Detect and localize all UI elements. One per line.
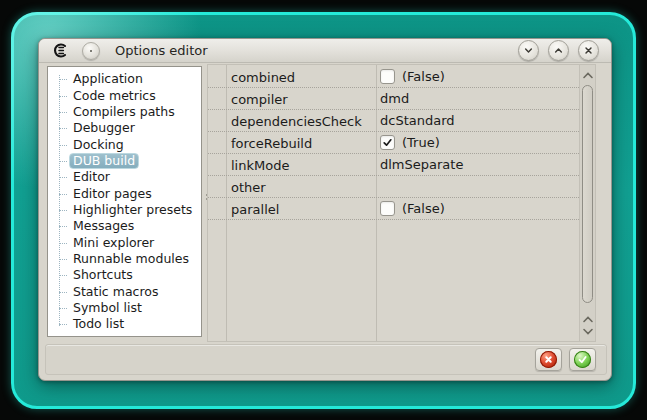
tree-item-docking[interactable]: Docking [48, 136, 201, 152]
tree-item-application[interactable]: Application [48, 71, 201, 87]
tree-item-messages[interactable]: Messages [48, 218, 201, 234]
shade-button[interactable] [518, 40, 539, 61]
property-value[interactable]: (False) [380, 198, 445, 219]
scroll-up-icon[interactable] [580, 68, 595, 81]
window-menu-ball-icon[interactable] [82, 42, 100, 60]
vertical-scrollbar[interactable] [579, 65, 595, 341]
property-value[interactable]: dlmSeparate [380, 154, 463, 175]
property-row-dependenciescheck[interactable]: dependenciesCheckdcStandard [208, 110, 579, 132]
tree-item-label: Shortcuts [69, 267, 137, 283]
property-value-label: (True) [402, 135, 440, 150]
chevron-up-icon [551, 43, 566, 58]
tree-item-label: Code metrics [69, 88, 160, 104]
tree-item-label: Editor [69, 169, 114, 185]
property-name: combined [231, 69, 295, 84]
tree-item-label: Application [69, 71, 147, 87]
tree-item-label: Debugger [69, 120, 139, 136]
coedit-logo-icon [52, 42, 69, 59]
property-name: compiler [231, 91, 288, 106]
close-button[interactable] [578, 40, 599, 61]
property-value[interactable]: (True) [380, 132, 440, 153]
desktop-background: Options editor [11, 12, 636, 409]
property-value[interactable]: (False) [380, 66, 445, 87]
tree-item-label: Runnable modules [69, 251, 193, 267]
options-editor-window: Options editor [38, 38, 612, 381]
property-value-label: dcStandard [380, 113, 455, 128]
tree-item-label: Symbol list [69, 300, 146, 316]
tree-item-label: Docking [69, 137, 128, 153]
checkbox-unchecked[interactable] [380, 69, 395, 84]
tree-item-symbol-list[interactable]: Symbol list [48, 300, 201, 316]
property-row-parallel[interactable]: parallel(False) [208, 198, 579, 220]
cancel-cross-icon [540, 351, 557, 368]
chevron-down-icon [521, 43, 536, 58]
footer-bar [45, 344, 607, 375]
property-row-other[interactable]: other [208, 176, 579, 198]
property-value-label: (False) [402, 69, 445, 84]
accept-check-icon [574, 351, 591, 368]
close-icon [581, 43, 596, 58]
tree-item-dub-build[interactable]: DUB build [48, 153, 201, 169]
maximize-button[interactable] [548, 40, 569, 61]
property-value-label: dmd [380, 91, 409, 106]
property-value[interactable]: dmd [380, 88, 409, 109]
tree-item-compilers-paths[interactable]: Compilers paths [48, 104, 201, 120]
tree-item-label: Messages [69, 218, 138, 234]
tree-item-debugger[interactable]: Debugger [48, 120, 201, 136]
tree-item-static-macros[interactable]: Static macros [48, 283, 201, 299]
window-buttons [518, 40, 599, 61]
tree-item-code-metrics[interactable]: Code metrics [48, 87, 201, 103]
property-row-linkmode[interactable]: linkModedlmSeparate [208, 154, 579, 176]
scrollbar-thumb[interactable] [582, 85, 593, 303]
tree-item-todo-list[interactable]: Todo list [48, 316, 201, 332]
tree-item-label: DUB build [69, 153, 139, 169]
tree-item-label: Highlighter presets [69, 202, 196, 218]
property-value-label: dlmSeparate [380, 157, 463, 172]
property-name: parallel [231, 201, 279, 216]
property-grid[interactable]: combined(False)compilerdmddependenciesCh… [207, 64, 596, 342]
screen: Options editor [0, 0, 647, 420]
property-name: dependenciesCheck [231, 113, 362, 128]
accept-button[interactable] [569, 348, 596, 371]
property-name: linkMode [231, 157, 289, 172]
tree-item-mini-explorer[interactable]: Mini explorer [48, 234, 201, 250]
tree-item-label: Editor pages [69, 186, 156, 202]
tree-item-editor[interactable]: Editor [48, 169, 201, 185]
cancel-button[interactable] [535, 348, 562, 371]
scroll-up-icon[interactable] [580, 312, 595, 325]
property-name: forceRebuild [231, 135, 312, 150]
tree-item-label: Todo list [69, 316, 128, 332]
window-title: Options editor [115, 43, 208, 58]
tree-item-label: Static macros [69, 284, 162, 300]
titlebar[interactable]: Options editor [39, 39, 611, 63]
property-row-combined[interactable]: combined(False) [208, 66, 579, 88]
tree-item-highlighter-presets[interactable]: Highlighter presets [48, 202, 201, 218]
property-row-compiler[interactable]: compilerdmd [208, 88, 579, 110]
options-tree[interactable]: ApplicationCode metricsCompilers pathsDe… [47, 66, 202, 337]
tree-item-shortcuts[interactable]: Shortcuts [48, 267, 201, 283]
property-name: other [231, 179, 266, 194]
tree-item-label: Mini explorer [69, 235, 158, 251]
checkbox-checked[interactable] [380, 135, 395, 150]
tree-item-editor-pages[interactable]: Editor pages [48, 185, 201, 201]
checkbox-unchecked[interactable] [380, 201, 395, 216]
property-value-label: (False) [402, 201, 445, 216]
tree-item-runnable-modules[interactable]: Runnable modules [48, 251, 201, 267]
property-value[interactable]: dcStandard [380, 110, 455, 131]
scroll-down-icon[interactable] [580, 325, 595, 338]
checkbox-check-icon [382, 137, 393, 148]
property-row-forcerebuild[interactable]: forceRebuild(True) [208, 132, 579, 154]
tree-item-label: Compilers paths [69, 104, 179, 120]
